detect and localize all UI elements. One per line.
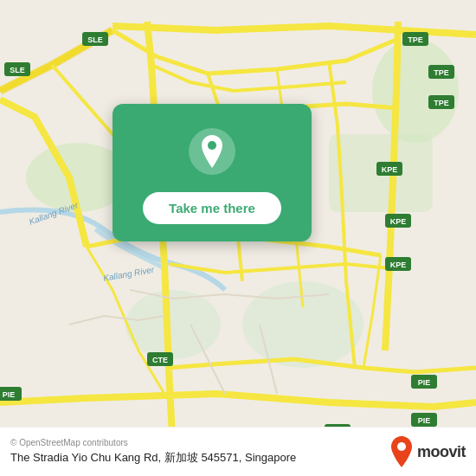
svg-text:SLE: SLE: [87, 35, 103, 44]
svg-point-36: [208, 141, 216, 150]
svg-text:KPE: KPE: [390, 261, 407, 269]
svg-text:TPE: TPE: [434, 99, 449, 107]
svg-point-37: [397, 442, 406, 451]
copyright-text: © OpenStreetMap contributors: [10, 438, 296, 447]
take-me-there-button[interactable]: Take me there: [143, 192, 281, 224]
svg-text:TPE: TPE: [434, 68, 449, 77]
address-text: The Stradia Yio Chu Kang Rd, 新加坡 545571,…: [10, 450, 296, 466]
location-pin-icon: [198, 135, 226, 168]
moovit-logo: moovit: [389, 436, 466, 467]
moovit-pin-icon: [389, 436, 414, 467]
bottom-bar: © OpenStreetMap contributors The Stradia…: [0, 427, 476, 476]
bottom-info: © OpenStreetMap contributors The Stradia…: [10, 438, 296, 466]
svg-text:TPE: TPE: [408, 35, 423, 44]
moovit-brand-text: moovit: [417, 443, 466, 461]
svg-text:PIE: PIE: [3, 390, 16, 399]
svg-text:KPE: KPE: [390, 217, 407, 226]
action-card: Take me there: [113, 104, 312, 241]
map-container: SLE SLE TPE TPE TPE CTE CTE KPE KPE KPE …: [0, 0, 476, 476]
svg-text:SLE: SLE: [10, 66, 25, 74]
svg-point-2: [372, 39, 459, 143]
svg-point-4: [125, 290, 221, 359]
svg-text:PIE: PIE: [418, 416, 431, 425]
svg-text:PIE: PIE: [418, 378, 431, 387]
location-icon-wrap: [189, 128, 235, 175]
svg-text:CTE: CTE: [152, 356, 168, 364]
svg-text:KPE: KPE: [382, 165, 398, 174]
